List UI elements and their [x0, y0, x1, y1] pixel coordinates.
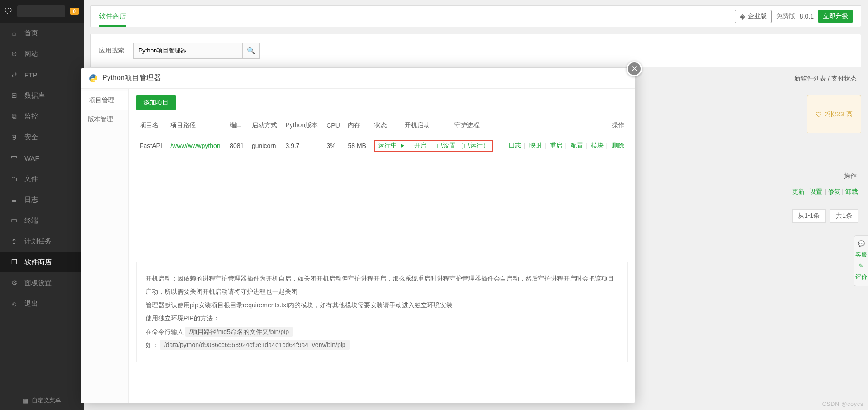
nav-label: FTP — [24, 71, 37, 79]
sidebar-item-4[interactable]: ⧉监控 — [0, 106, 84, 127]
cell-name: FastAPI — [136, 134, 167, 157]
review-label[interactable]: 评价 — [855, 273, 867, 281]
upgrade-button[interactable]: 立即升级 — [818, 10, 853, 23]
page-total: 共1条 — [830, 209, 858, 223]
enterprise-badge[interactable]: ◈ 企业版 — [735, 10, 772, 23]
modal-tab-0[interactable]: 项目管理 — [81, 91, 128, 110]
sidebar-item-10[interactable]: ⏲计划任务 — [0, 231, 84, 252]
pager: 从1-1条 共1条 — [792, 209, 858, 223]
cell-mem: 58 MB — [344, 134, 370, 157]
search-label: 应用搜索 — [99, 47, 124, 55]
th-mem: 内存 — [344, 117, 370, 134]
update-link[interactable]: 更新 — [792, 188, 805, 195]
th-cpu: CPU — [323, 117, 344, 134]
nav-label: 监控 — [24, 112, 38, 121]
free-label: 免费版 — [776, 12, 795, 20]
nav-label: 文件 — [24, 175, 38, 183]
op-log[interactable]: 日志 — [509, 142, 521, 149]
nav-icon: ❐ — [10, 258, 18, 266]
nav-label: WAF — [24, 154, 39, 162]
payment-status-link[interactable]: 支付状态 — [831, 75, 857, 82]
chat-icon[interactable]: 💬 — [858, 240, 865, 247]
nav-icon: ⊟ — [10, 91, 18, 100]
info-box: 开机启动：因依赖的进程守护管理器插件为开机自启，如关闭开机启动但守护进程开启，那… — [136, 262, 628, 362]
nav-label: 数据库 — [24, 91, 45, 100]
cell-port: 8081 — [226, 134, 248, 157]
info-line5: 如： /data/python/d9036cc6563924cf9e1da4e1… — [146, 338, 618, 352]
sidebar-item-8[interactable]: ≣日志 — [0, 189, 84, 210]
cell-status-group: 运行中 开启 已设置 （已运行） — [371, 134, 501, 157]
op-config[interactable]: 配置 — [571, 142, 583, 149]
op-header: 操作 — [844, 172, 857, 180]
highlight-box: 运行中 开启 已设置 （已运行） — [374, 140, 493, 152]
setting-link[interactable]: 设置 — [810, 188, 822, 195]
op-delete[interactable]: 删除 — [612, 142, 624, 149]
watermark: CSDN @coycs — [822, 401, 863, 407]
cell-path[interactable]: /www/wwwpython — [167, 134, 226, 157]
modal-title: Python项目管理器 — [102, 73, 161, 83]
info-line2: 管理器默认使用pip安装项目根目录requirements.txt内的模块，如有… — [146, 299, 618, 312]
th-boot: 开机启动 — [401, 117, 451, 134]
side-links: 新软件列表 / 支付状态 — [794, 75, 857, 83]
boot-on[interactable]: 开启 — [414, 142, 427, 150]
tab-software-store[interactable]: 软件商店 — [99, 6, 126, 27]
custom-menu[interactable]: ▦ 自定义菜单 — [0, 396, 84, 405]
nav-label: 终端 — [24, 216, 38, 225]
edit-icon[interactable]: ✎ — [859, 262, 863, 269]
nav-icon: ▭ — [10, 216, 18, 224]
search-row: 应用搜索 🔍 — [90, 34, 861, 67]
sidebar-item-12[interactable]: ⚙面板设置 — [0, 272, 84, 293]
add-project-button[interactable]: 添加项目 — [136, 95, 176, 110]
search-button[interactable]: 🔍 — [242, 43, 259, 58]
daemon-set[interactable]: 已设置 （已运行） — [437, 142, 489, 150]
sidebar-item-2[interactable]: ⇄FTP — [0, 64, 84, 85]
nav-label: 计划任务 — [24, 237, 52, 246]
notification-badge[interactable]: 0 — [70, 8, 79, 15]
op-map[interactable]: 映射 — [529, 142, 542, 149]
op-module[interactable]: 模块 — [591, 142, 604, 149]
uninstall-link[interactable]: 卸载 — [845, 188, 858, 195]
sidebar-item-1[interactable]: ⊕网站 — [0, 43, 84, 64]
th-name: 项目名 — [136, 117, 167, 134]
op-restart[interactable]: 重启 — [550, 142, 562, 149]
sidebar-item-9[interactable]: ▭终端 — [0, 210, 84, 231]
repair-link[interactable]: 修复 — [828, 188, 840, 195]
page-range: 从1-1条 — [792, 209, 826, 223]
th-status: 状态 — [371, 117, 401, 134]
sidebar-item-11[interactable]: ❐软件商店 — [0, 252, 84, 272]
sidebar-item-3[interactable]: ⊟数据库 — [0, 85, 84, 106]
sidebar: 🛡 0 ⌂首页⊕网站⇄FTP⊟数据库⧉监控⛨安全🛡WAF🗀文件≣日志▭终端⏲计划… — [0, 0, 84, 410]
modal-tab-1[interactable]: 版本管理 — [81, 110, 128, 129]
cell-ops: 日志| 映射| 重启| 配置| 模块| 删除 — [501, 134, 628, 157]
ssl-card[interactable]: 🛡 2张SSL高 — [807, 95, 861, 133]
sidebar-item-7[interactable]: 🗀文件 — [0, 168, 84, 189]
play-icon — [401, 143, 404, 148]
refresh-list-link[interactable]: 新软件列表 — [794, 75, 826, 82]
modal-header: Python项目管理器 — [81, 68, 635, 89]
close-button[interactable]: ✕ — [627, 61, 642, 76]
grid-icon: ▦ — [23, 397, 28, 404]
sidebar-item-13[interactable]: ⎋退出 — [0, 293, 84, 314]
th-port: 端口 — [226, 117, 248, 134]
nav-icon: ⧉ — [10, 112, 18, 120]
sidebar-item-5[interactable]: ⛨安全 — [0, 127, 84, 148]
search-input[interactable] — [134, 43, 242, 58]
nav-label: 退出 — [24, 300, 38, 308]
topbar: 软件商店 ◈ 企业版 免费版 8.0.1 立即升级 — [90, 5, 861, 27]
info-line4: 在命令行输入 /项目路径/md5命名的文件夹/bin/pip — [146, 325, 618, 338]
projects-table: 项目名 项目路径 端口 启动方式 Python版本 CPU 内存 状态 开机启动… — [136, 117, 628, 157]
modal-main: 添加项目 项目名 项目路径 端口 启动方式 Python版本 CPU 内存 状态… — [129, 89, 635, 403]
support-label[interactable]: 客服 — [855, 251, 867, 259]
sidebar-item-6[interactable]: 🛡WAF — [0, 148, 84, 168]
sidebar-header: 🛡 0 — [0, 0, 84, 23]
cell-start: gunicorn — [248, 134, 282, 157]
status-running[interactable]: 运行中 — [378, 142, 404, 150]
nav-icon: ⊕ — [10, 50, 18, 58]
float-sidebar: 💬 客服 ✎ 评价 — [854, 235, 868, 286]
nav-label: 面板设置 — [24, 279, 52, 287]
diamond-icon: ◈ — [740, 12, 745, 21]
nav-label: 软件商店 — [24, 258, 52, 267]
nav-icon: ⎋ — [10, 300, 18, 308]
nav-icon: ⚙ — [10, 279, 18, 287]
sidebar-item-0[interactable]: ⌂首页 — [0, 23, 84, 43]
